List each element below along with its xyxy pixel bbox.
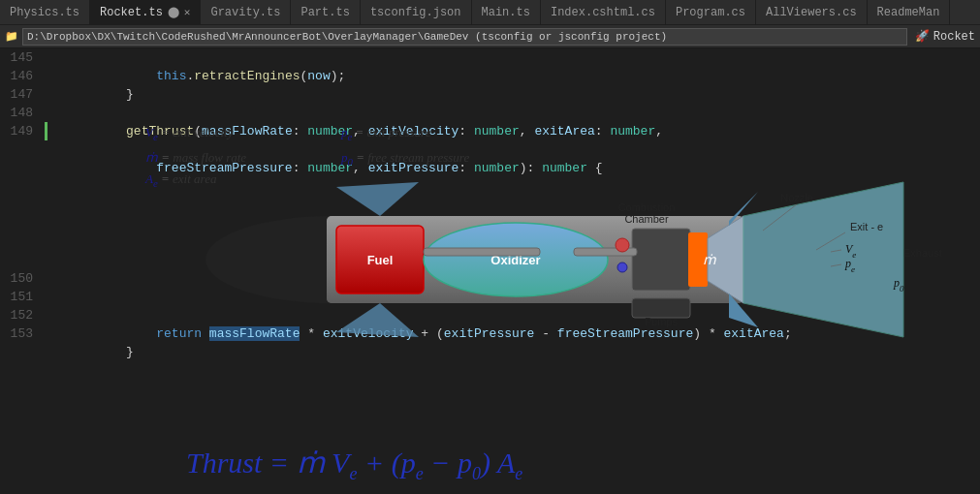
breadcrumb-bar: 📁 D:\Dropbox\DX\Twitch\CodeRushed\MrAnno… (0, 25, 980, 48)
tab-main[interactable]: Main.ts (472, 0, 541, 25)
tab-rocket[interactable]: Rocket.ts ⬤ ✕ (90, 0, 201, 25)
tab-physics[interactable]: Physics.ts (0, 0, 90, 25)
thrust-formula: Thrust = ṁ Ve + (pe − p0) Ae (186, 446, 522, 484)
breadcrumb-path[interactable]: D:\Dropbox\DX\Twitch\CodeRushed\MrAnnoun… (22, 28, 907, 46)
rocket-diagram: Fuel Oxidizer Combustio (41, 163, 980, 366)
svg-text:Combustion: Combustion (618, 201, 676, 213)
editor-area: 145 146 147 148 149 150 151 152 153 this… (0, 48, 980, 494)
svg-text:Fuel: Fuel (367, 253, 394, 267)
tab-label-part: Part.ts (300, 6, 349, 19)
tab-label-program: Program.cs (676, 6, 745, 19)
tab-index[interactable]: Index.cshtml.cs (541, 0, 666, 25)
annotation-ve: Ve = exit velocity (145, 122, 246, 147)
tab-label-allviewers: AllViewers.cs (766, 6, 857, 19)
svg-text:Chamber: Chamber (624, 213, 669, 225)
tab-close-rocket[interactable]: ✕ (184, 6, 191, 18)
code-content[interactable]: this.retractEngines(now); } getThrust(ma… (41, 48, 980, 494)
svg-rect-13 (632, 298, 690, 318)
tab-program[interactable]: Program.cs (666, 0, 756, 25)
svg-point-28 (616, 238, 629, 252)
tab-label-gravity: Gravity.ts (210, 6, 280, 19)
svg-marker-30 (336, 303, 419, 337)
tab-label-rocket: Rocket.ts (100, 6, 163, 19)
svg-marker-10 (743, 182, 903, 337)
svg-text:Nozzle: Nozzle (780, 192, 813, 203)
svg-point-29 (617, 262, 627, 272)
tab-part[interactable]: Part.ts (291, 0, 360, 25)
tab-gravity[interactable]: Gravity.ts (201, 0, 291, 25)
code-line-145: this.retractEngines(now); (50, 48, 980, 67)
line-numbers: 145 146 147 148 149 150 151 152 153 (0, 48, 41, 494)
svg-rect-26 (424, 248, 540, 256)
code-line-148: getThrust(massFlowRate: number, exitVelo… (50, 104, 980, 122)
tab-label: Physics.ts (10, 6, 79, 19)
svg-text:Pumps: Pumps (645, 316, 679, 327)
svg-text:ṁ: ṁ (703, 253, 716, 267)
svg-text:Exhaust: Exhaust (903, 247, 942, 259)
code-line-147 (50, 85, 980, 104)
tab-allviewers[interactable]: AllViewers.cs (756, 0, 868, 25)
svg-marker-31 (336, 182, 419, 216)
tab-bar: Physics.ts Rocket.ts ⬤ ✕ Gravity.ts Part… (0, 0, 980, 25)
code-line-146: } (50, 67, 980, 85)
annotation-pe: pe = exit pressure (341, 122, 469, 147)
tab-label-main: Main.ts (482, 6, 530, 19)
breadcrumb-symbol: 🚀 Rocket (915, 29, 975, 44)
svg-text:Exit - e: Exit - e (850, 221, 883, 232)
tab-readme[interactable]: ReadmeMan (868, 0, 951, 25)
tab-label-tsconfig: tsconfig.json (370, 6, 461, 19)
tab-label-index: Index.cshtml.cs (551, 6, 655, 19)
svg-rect-7 (632, 229, 690, 291)
breadcrumb-icon: 📁 (5, 30, 18, 43)
tab-tsconfig[interactable]: tsconfig.json (361, 0, 472, 25)
tab-modified-dot: ⬤ (168, 6, 179, 18)
tab-label-readme: ReadmeMan (877, 6, 940, 19)
